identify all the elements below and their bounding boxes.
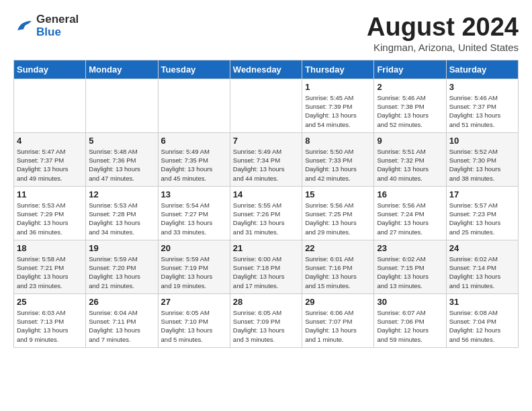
day-cell: 24Sunrise: 6:02 AMSunset: 7:14 PMDayligh… — [446, 240, 518, 293]
day-info: Sunrise: 6:03 AMSunset: 7:13 PMDaylight:… — [17, 308, 83, 344]
day-cell: 20Sunrise: 5:59 AMSunset: 7:19 PMDayligh… — [158, 240, 230, 293]
day-info: Sunrise: 6:02 AMSunset: 7:15 PMDaylight:… — [377, 255, 443, 290]
day-info: Sunrise: 5:56 AMSunset: 7:25 PMDaylight:… — [305, 201, 371, 236]
day-cell: 18Sunrise: 5:58 AMSunset: 7:21 PMDayligh… — [14, 240, 86, 293]
day-info: Sunrise: 5:51 AMSunset: 7:32 PMDaylight:… — [377, 147, 443, 183]
day-cell: 7Sunrise: 5:49 AMSunset: 7:34 PMDaylight… — [230, 132, 302, 186]
day-number: 21 — [233, 243, 299, 253]
day-cell — [14, 79, 86, 132]
day-info: Sunrise: 5:53 AMSunset: 7:29 PMDaylight:… — [17, 201, 83, 236]
day-info: Sunrise: 5:52 AMSunset: 7:30 PMDaylight:… — [449, 147, 515, 183]
day-number: 26 — [89, 297, 154, 307]
day-info: Sunrise: 6:04 AMSunset: 7:11 PMDaylight:… — [89, 308, 154, 344]
day-cell: 5Sunrise: 5:48 AMSunset: 7:36 PMDaylight… — [86, 132, 158, 186]
day-cell: 27Sunrise: 6:05 AMSunset: 7:10 PMDayligh… — [158, 293, 230, 347]
day-cell: 28Sunrise: 6:05 AMSunset: 7:09 PMDayligh… — [230, 293, 302, 347]
day-cell: 16Sunrise: 5:56 AMSunset: 7:24 PMDayligh… — [374, 186, 446, 240]
day-cell: 17Sunrise: 5:57 AMSunset: 7:23 PMDayligh… — [446, 186, 518, 240]
day-cell: 6Sunrise: 5:49 AMSunset: 7:35 PMDaylight… — [158, 132, 230, 186]
day-info: Sunrise: 6:05 AMSunset: 7:09 PMDaylight:… — [233, 308, 299, 344]
day-cell — [230, 79, 302, 132]
page-header: General Blue August 2024 Kingman, Arizon… — [13, 13, 519, 53]
week-row-1: 1Sunrise: 5:45 AMSunset: 7:39 PMDaylight… — [14, 79, 519, 132]
day-number: 16 — [377, 189, 443, 199]
day-info: Sunrise: 5:46 AMSunset: 7:38 PMDaylight:… — [377, 93, 443, 129]
day-number: 15 — [305, 189, 371, 199]
day-number: 9 — [377, 136, 443, 146]
day-info: Sunrise: 5:54 AMSunset: 7:27 PMDaylight:… — [161, 201, 227, 236]
weekday-header-thursday: Thursday — [302, 60, 374, 79]
day-info: Sunrise: 5:56 AMSunset: 7:24 PMDaylight:… — [377, 201, 443, 236]
day-number: 7 — [233, 136, 299, 146]
day-info: Sunrise: 5:59 AMSunset: 7:20 PMDaylight:… — [89, 255, 154, 290]
weekday-header-saturday: Saturday — [446, 60, 518, 79]
weekday-header-tuesday: Tuesday — [158, 60, 230, 79]
day-info: Sunrise: 5:49 AMSunset: 7:35 PMDaylight:… — [161, 147, 227, 183]
day-cell: 23Sunrise: 6:02 AMSunset: 7:15 PMDayligh… — [374, 240, 446, 293]
day-number: 14 — [233, 189, 299, 199]
day-number: 23 — [377, 243, 443, 253]
day-cell: 2Sunrise: 5:46 AMSunset: 7:38 PMDaylight… — [374, 79, 446, 132]
day-number: 30 — [377, 297, 443, 307]
day-number: 1 — [305, 82, 371, 92]
day-info: Sunrise: 6:08 AMSunset: 7:04 PMDaylight:… — [449, 308, 515, 344]
day-number: 20 — [161, 243, 227, 253]
day-info: Sunrise: 5:50 AMSunset: 7:33 PMDaylight:… — [305, 147, 371, 183]
logo-icon — [13, 16, 34, 36]
day-cell: 25Sunrise: 6:03 AMSunset: 7:13 PMDayligh… — [14, 293, 86, 347]
day-info: Sunrise: 6:00 AMSunset: 7:18 PMDaylight:… — [233, 255, 299, 290]
day-number: 4 — [17, 136, 83, 146]
day-info: Sunrise: 5:47 AMSunset: 7:37 PMDaylight:… — [17, 147, 83, 183]
day-cell: 13Sunrise: 5:54 AMSunset: 7:27 PMDayligh… — [158, 186, 230, 240]
weekday-header-sunday: Sunday — [14, 60, 86, 79]
day-number: 12 — [89, 189, 154, 199]
day-cell: 21Sunrise: 6:00 AMSunset: 7:18 PMDayligh… — [230, 240, 302, 293]
day-cell: 31Sunrise: 6:08 AMSunset: 7:04 PMDayligh… — [446, 293, 518, 347]
month-title: August 2024 — [367, 13, 519, 42]
day-number: 27 — [161, 297, 227, 307]
day-number: 28 — [233, 297, 299, 307]
day-info: Sunrise: 5:57 AMSunset: 7:23 PMDaylight:… — [449, 201, 515, 236]
day-cell: 4Sunrise: 5:47 AMSunset: 7:37 PMDaylight… — [14, 132, 86, 186]
week-row-4: 18Sunrise: 5:58 AMSunset: 7:21 PMDayligh… — [14, 240, 519, 293]
day-number: 22 — [305, 243, 371, 253]
day-cell: 30Sunrise: 6:07 AMSunset: 7:06 PMDayligh… — [374, 293, 446, 347]
day-number: 24 — [449, 243, 515, 253]
day-cell: 11Sunrise: 5:53 AMSunset: 7:29 PMDayligh… — [14, 186, 86, 240]
day-number: 19 — [89, 243, 154, 253]
day-info: Sunrise: 6:02 AMSunset: 7:14 PMDaylight:… — [449, 255, 515, 290]
day-number: 17 — [449, 189, 515, 199]
day-info: Sunrise: 5:49 AMSunset: 7:34 PMDaylight:… — [233, 147, 299, 183]
day-info: Sunrise: 5:45 AMSunset: 7:39 PMDaylight:… — [305, 93, 371, 129]
day-cell: 12Sunrise: 5:53 AMSunset: 7:28 PMDayligh… — [86, 186, 158, 240]
day-info: Sunrise: 6:05 AMSunset: 7:10 PMDaylight:… — [161, 308, 227, 344]
weekday-header-monday: Monday — [86, 60, 158, 79]
day-cell: 10Sunrise: 5:52 AMSunset: 7:30 PMDayligh… — [446, 132, 518, 186]
day-number: 11 — [17, 189, 83, 199]
week-row-5: 25Sunrise: 6:03 AMSunset: 7:13 PMDayligh… — [14, 293, 519, 347]
weekday-header-row: SundayMondayTuesdayWednesdayThursdayFrid… — [14, 60, 519, 79]
day-info: Sunrise: 5:58 AMSunset: 7:21 PMDaylight:… — [17, 255, 83, 290]
weekday-header-friday: Friday — [374, 60, 446, 79]
day-cell: 14Sunrise: 5:55 AMSunset: 7:26 PMDayligh… — [230, 186, 302, 240]
day-cell: 29Sunrise: 6:06 AMSunset: 7:07 PMDayligh… — [302, 293, 374, 347]
title-block: August 2024 Kingman, Arizona, United Sta… — [367, 13, 519, 53]
location-subtitle: Kingman, Arizona, United States — [367, 42, 519, 53]
day-number: 18 — [17, 243, 83, 253]
day-info: Sunrise: 5:55 AMSunset: 7:26 PMDaylight:… — [233, 201, 299, 236]
day-cell: 1Sunrise: 5:45 AMSunset: 7:39 PMDaylight… — [302, 79, 374, 132]
day-cell: 15Sunrise: 5:56 AMSunset: 7:25 PMDayligh… — [302, 186, 374, 240]
day-number: 29 — [305, 297, 371, 307]
weekday-header-wednesday: Wednesday — [230, 60, 302, 79]
day-number: 25 — [17, 297, 83, 307]
day-number: 5 — [89, 136, 154, 146]
day-info: Sunrise: 5:46 AMSunset: 7:37 PMDaylight:… — [449, 93, 515, 129]
calendar-table: SundayMondayTuesdayWednesdayThursdayFrid… — [13, 60, 519, 348]
week-row-2: 4Sunrise: 5:47 AMSunset: 7:37 PMDaylight… — [14, 132, 519, 186]
day-cell: 3Sunrise: 5:46 AMSunset: 7:37 PMDaylight… — [446, 79, 518, 132]
day-cell: 9Sunrise: 5:51 AMSunset: 7:32 PMDaylight… — [374, 132, 446, 186]
day-cell: 8Sunrise: 5:50 AMSunset: 7:33 PMDaylight… — [302, 132, 374, 186]
day-info: Sunrise: 5:48 AMSunset: 7:36 PMDaylight:… — [89, 147, 154, 183]
day-cell: 26Sunrise: 6:04 AMSunset: 7:11 PMDayligh… — [86, 293, 158, 347]
day-info: Sunrise: 6:06 AMSunset: 7:07 PMDaylight:… — [305, 308, 371, 344]
